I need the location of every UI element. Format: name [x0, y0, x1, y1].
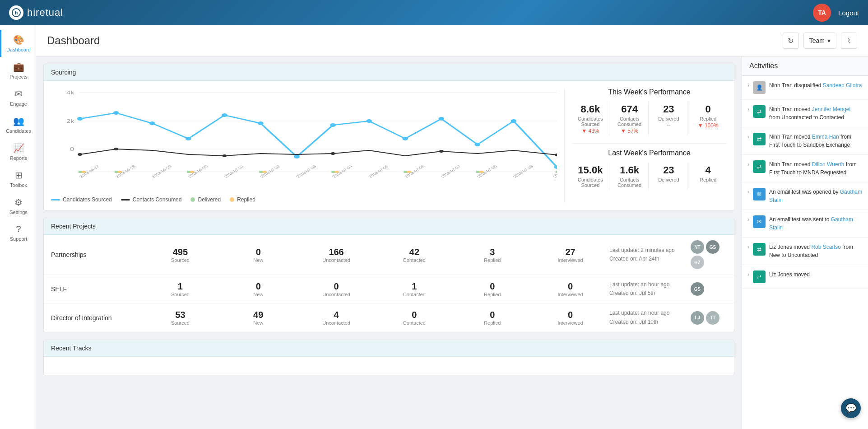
sidebar-item-engage[interactable]: ✉Engage — [0, 84, 36, 111]
top-nav-right: TA Logout — [813, 4, 859, 22]
projects-table: Partnerships 495Sourced 0New 166Uncontac… — [44, 235, 734, 332]
activity-link[interactable]: Emma Han — [812, 134, 839, 140]
list-item[interactable]: › ⇄ Ninh Tran moved Dillon Wuerth from F… — [742, 155, 868, 182]
avatar: TT — [706, 311, 719, 325]
activity-link[interactable]: Jennifer Mengel — [812, 106, 850, 112]
sourcing-content: 4k 2k 0 — [44, 81, 734, 210]
list-item[interactable]: › ⇄ Ninh Tran moved Jennifer Mengel from… — [742, 100, 868, 127]
avatar: LJ — [691, 311, 704, 325]
team-dropdown-button[interactable]: Team ▾ — [803, 33, 836, 49]
svg-rect-34 — [404, 171, 407, 173]
expand-icon: › — [747, 271, 749, 278]
sidebar-item-support[interactable]: ?Support — [0, 219, 36, 246]
recent-projects-header: Recent Projects — [44, 218, 734, 235]
logout-button[interactable]: Logout — [838, 9, 859, 17]
expand-icon: › — [747, 161, 749, 168]
arrows-icon: ⇄ — [753, 105, 766, 118]
list-item[interactable]: › 👤 Ninh Tran disqualified Sandeep Gilot… — [742, 76, 868, 100]
person-icon: 👤 — [753, 81, 766, 94]
arrows-icon: ⇄ — [753, 243, 766, 256]
chart-area: 4k 2k 0 — [51, 88, 557, 203]
avatar: GS — [691, 282, 704, 296]
performance-area: This Week's Performance 8.6k Candidates … — [564, 88, 727, 203]
svg-point-9 — [77, 117, 83, 121]
sidebar-icon-dashboard: 🎨 — [13, 34, 24, 45]
expand-icon: › — [747, 244, 749, 250]
legend-candidates: Candidates Sourced — [51, 196, 112, 203]
activity-link[interactable]: Sandeep Gilotra — [823, 82, 862, 89]
list-item[interactable]: › ⇄ Ninh Tran moved Emma Han from First … — [742, 127, 868, 155]
refresh-button[interactable]: ↻ — [783, 33, 799, 49]
email-icon: ✉ — [753, 188, 766, 201]
last-week-metric-2: 23 Delivered — [650, 163, 688, 190]
logo: h hiretual — [9, 5, 63, 20]
chart-container: 4k 2k 0 — [51, 88, 557, 178]
sidebar-item-projects[interactable]: 💼Projects — [0, 57, 36, 84]
main-layout: 🎨Dashboard💼Projects✉Engage👥Candidates📈Re… — [0, 25, 868, 429]
svg-rect-32 — [259, 171, 263, 173]
svg-point-26 — [331, 152, 335, 155]
page-header: Dashboard ↻ Team ▾ ⌇ — [36, 25, 868, 56]
this-week-grid: 8.6k Candidates Sourced ▼ 43% 674 Contac… — [572, 102, 727, 136]
chart-toggle-button[interactable]: ⌇ — [841, 33, 857, 49]
this-week-metric-0: 8.6k Candidates Sourced ▼ 43% — [572, 102, 609, 136]
list-item[interactable]: › ⇄ Liz Jones moved — [742, 265, 868, 289]
avatar: NT — [691, 240, 704, 254]
sidebar-item-reports[interactable]: 📈Reports — [0, 138, 36, 165]
activities-panel: Activities › 👤 Ninh Tran disqualified Sa… — [742, 56, 868, 429]
legend-replied: Replied — [230, 196, 255, 203]
sidebar-icon-projects: 💼 — [13, 61, 24, 72]
chat-button[interactable]: 💬 — [841, 398, 861, 418]
page-title: Dashboard — [47, 34, 100, 47]
svg-rect-30 — [115, 171, 118, 173]
activity-text: An email test was sent to Gautham Stalin — [769, 215, 863, 232]
sourcing-card: Sourcing 4k — [43, 64, 734, 210]
activity-text: Ninh Tran disqualified Sandeep Gilotra — [769, 81, 863, 89]
sourcing-chart: 4k 2k 0 — [51, 88, 557, 178]
header-actions: ↻ Team ▾ ⌇ — [783, 33, 857, 49]
svg-point-19 — [438, 117, 444, 121]
activity-text: An email test was opened by Gautham Stal… — [769, 188, 863, 204]
table-row[interactable]: Director of Integration 53Sourced 49New … — [44, 303, 734, 331]
sidebar-item-settings[interactable]: ⚙Settings — [0, 192, 36, 219]
svg-rect-31 — [187, 171, 190, 173]
svg-rect-29 — [79, 171, 82, 173]
svg-point-18 — [402, 137, 408, 140]
table-row[interactable]: SELF 1Sourced 0New 0Uncontacted 1Contact… — [44, 275, 734, 303]
activity-link[interactable]: Gautham Stalin — [769, 189, 862, 203]
arrows-icon: ⇄ — [753, 160, 766, 173]
svg-rect-35 — [476, 171, 480, 173]
chart-legend: Candidates Sourced Contacts Consumed Del… — [51, 196, 557, 203]
avatar: HZ — [691, 256, 704, 269]
activity-text: Ninh Tran moved Dillon Wuerth from First… — [769, 160, 863, 177]
activities-title: Activities — [742, 56, 868, 76]
svg-point-23 — [78, 153, 82, 156]
svg-point-17 — [366, 119, 372, 123]
list-item[interactable]: › ✉ An email test was opened by Gautham … — [742, 182, 868, 210]
activity-link[interactable]: Dillon Wuerth — [812, 161, 845, 168]
activity-text: Liz Jones moved — [769, 270, 863, 279]
svg-text:0: 0 — [70, 147, 74, 152]
expand-icon: › — [747, 216, 749, 223]
this-week-performance: This Week's Performance 8.6k Candidates … — [572, 88, 727, 136]
last-week-metric-1: 1.6k Contacts Consumed — [611, 163, 649, 190]
svg-point-12 — [186, 137, 191, 140]
project-name: Director of Integration — [51, 314, 141, 322]
user-avatar-button[interactable]: TA — [813, 4, 831, 22]
table-row[interactable]: Partnerships 495Sourced 0New 166Uncontac… — [44, 235, 734, 275]
svg-point-13 — [222, 113, 227, 117]
svg-point-21 — [511, 119, 517, 123]
activity-link[interactable]: Rob Scarlso — [811, 244, 840, 250]
sidebar-icon-settings: ⚙ — [14, 197, 23, 208]
list-item[interactable]: › ✉ An email test was sent to Gautham St… — [742, 210, 868, 238]
sidebar-item-dashboard[interactable]: 🎨Dashboard — [0, 30, 36, 57]
list-item[interactable]: › ⇄ Liz Jones moved Rob Scarlso from New… — [742, 238, 868, 265]
activity-link[interactable]: Gautham Stalin — [769, 216, 853, 231]
svg-point-25 — [223, 154, 227, 157]
content-area: Dashboard ↻ Team ▾ ⌇ Sourcing — [36, 25, 868, 429]
last-week-metric-0: 15.0k Candidates Sourced — [572, 163, 609, 190]
expand-icon: › — [747, 189, 749, 195]
sidebar-item-candidates[interactable]: 👥Candidates — [0, 111, 36, 138]
sidebar-icon-reports: 📈 — [13, 143, 24, 154]
sidebar-item-toolbox[interactable]: ⊞Toolbox — [0, 165, 36, 192]
